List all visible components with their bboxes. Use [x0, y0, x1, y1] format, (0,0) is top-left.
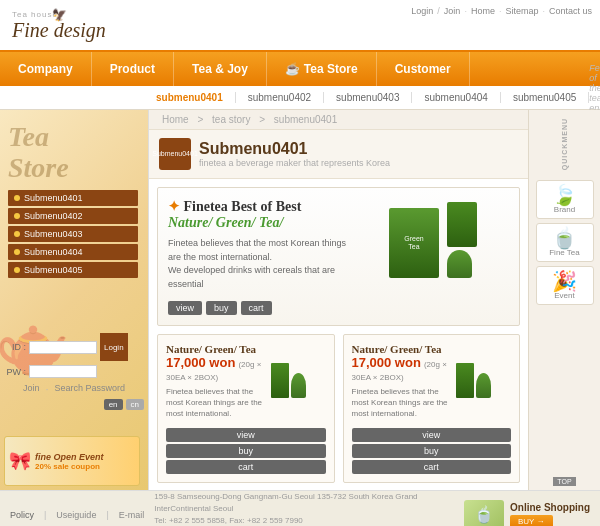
product-view-btn-1[interactable]: view — [352, 428, 512, 442]
brand-icon: 🍃 — [541, 185, 589, 205]
submenu-items: submenu0401 submenu0402 submenu0403 subm… — [8, 92, 589, 103]
featured-buy-btn[interactable]: buy — [206, 301, 237, 315]
quickmenu: QUICKMENU 🍃 Brand 🍵 Fine Tea 🎉 Event TOP — [528, 110, 600, 490]
quickmenu-event[interactable]: 🎉 Event — [536, 266, 594, 305]
lang-buttons: en cn — [4, 399, 144, 410]
nav-customer[interactable]: Customer — [377, 52, 470, 86]
product-view-btn-0[interactable]: view — [166, 428, 326, 442]
login-link[interactable]: Login — [411, 6, 433, 16]
nav-tea-joy[interactable]: Tea & Joy — [174, 52, 267, 86]
featured-cart-btn[interactable]: cart — [241, 301, 272, 315]
featured-view-btn[interactable]: view — [168, 301, 202, 315]
quickmenu-fine-tea[interactable]: 🍵 Fine Tea — [536, 223, 594, 262]
sidebar-menu: Submenu0401 Submenu0402 Submenu0403 Subm… — [8, 190, 138, 280]
join-sidebar-link[interactable]: Join — [23, 383, 40, 395]
product-cart-btn-0[interactable]: cart — [166, 460, 326, 474]
logo-bird-icon: 🦅 — [52, 8, 67, 22]
sidebar-item-submenu0404[interactable]: Submenu0404 — [8, 244, 138, 260]
nav-tea-store[interactable]: ☕ Tea Store — [267, 52, 377, 86]
fine-tea-label: Fine Tea — [541, 248, 589, 257]
menu-dot — [14, 231, 20, 237]
header: Tea house Fine design 🦅 Login / Join · H… — [0, 0, 600, 52]
featured-text: ✦ Finetea Best of Best Nature/ Green/ Te… — [168, 198, 368, 315]
login-id-row: ID : Login — [4, 333, 144, 361]
login-pw-row: PW : — [4, 365, 144, 378]
featured-desc: Finetea believes that the most Korean th… — [168, 237, 368, 291]
lang-cn[interactable]: cn — [126, 399, 144, 410]
breadcrumb-home[interactable]: Home — [162, 114, 189, 125]
pw-input[interactable] — [29, 365, 97, 378]
logo-area: Tea house Fine design — [0, 10, 160, 40]
event-icon: 🎉 — [541, 271, 589, 291]
submenu-0404[interactable]: submenu0404 — [412, 92, 500, 103]
lang-en[interactable]: en — [104, 399, 123, 410]
join-link[interactable]: Join — [444, 6, 461, 16]
footer-address: 159-8 Samseoung-Dong Gangnam-Gu Seoul 13… — [144, 491, 464, 527]
footer-links: Policy | Useiguide | E-mail — [10, 510, 144, 520]
search-pw-link[interactable]: Search Password — [55, 383, 126, 395]
home-link[interactable]: Home — [471, 6, 495, 16]
pw-label: PW : — [4, 367, 26, 377]
product-image-1 — [456, 343, 511, 398]
product-grid: Nature/ Green/ Tea 17,000 won (20g × 30E… — [157, 334, 520, 483]
main-layout: 🫖 TeaStore Submenu0401 Submenu0402 Subme… — [0, 110, 600, 490]
fine-tea-icon: 🍵 — [541, 228, 589, 248]
sidebar-item-submenu0401[interactable]: Submenu0401 — [8, 190, 138, 206]
submenu-0403[interactable]: submenu0403 — [324, 92, 412, 103]
breadcrumb-tea-story[interactable]: tea story — [212, 114, 250, 125]
sidebar-item-submenu0403[interactable]: Submenu0403 — [8, 226, 138, 242]
tea-cup-icon: ☕ — [285, 62, 300, 76]
top-button[interactable]: TOP — [553, 477, 575, 486]
coupon-ribbon-icon: 🎀 — [9, 450, 31, 472]
coupon-banner[interactable]: 🎀 fine Open Event 20% sale coupon — [4, 436, 140, 486]
quickmenu-brand[interactable]: 🍃 Brand — [536, 180, 594, 219]
product-card-1: Nature/ Green/ Tea 17,000 won (20g × 30E… — [343, 334, 521, 483]
main-content: Home > tea story > submenu0401 Submenu04… — [148, 110, 528, 490]
page-header-icon: Submenu0401 — [159, 138, 191, 170]
submenu-tagline-bar: submenu0401 submenu0402 submenu0403 subm… — [0, 86, 600, 110]
product-cart-btn-1[interactable]: cart — [352, 460, 512, 474]
footer-policy[interactable]: Policy — [10, 510, 34, 520]
submenu-0402[interactable]: submenu0402 — [236, 92, 324, 103]
id-input[interactable] — [29, 341, 97, 354]
breadcrumb: Home > tea story > submenu0401 — [149, 110, 528, 130]
login-links: Join · Search Password — [4, 383, 144, 395]
product-btns-0: view buy cart — [166, 428, 326, 474]
contact-link[interactable]: Contact us — [549, 6, 592, 16]
coupon-title: fine Open Event — [35, 452, 104, 462]
sidebar-item-submenu0405[interactable]: Submenu0405 — [8, 262, 138, 278]
nav-company[interactable]: Company — [0, 52, 92, 86]
product-buy-btn-0[interactable]: buy — [166, 444, 326, 458]
menu-dot — [14, 213, 20, 219]
top-links: Login / Join · Home · Sitemap · Contact … — [411, 6, 592, 16]
product-image-0 — [271, 343, 326, 398]
tea-box-medium — [447, 202, 477, 247]
logo-main-text: Fine design — [12, 20, 160, 40]
featured-subtitle: Nature/ Green/ Tea/ — [168, 215, 368, 231]
product-card-0: Nature/ Green/ Tea 17,000 won (20g × 30E… — [157, 334, 335, 483]
login-button[interactable]: Login — [100, 333, 128, 361]
sitemap-link[interactable]: Sitemap — [505, 6, 538, 16]
coupon-percent: 20% sale coupon — [35, 462, 104, 471]
footer-useguide[interactable]: Useiguide — [56, 510, 96, 520]
brand-label: Brand — [541, 205, 589, 214]
tea-can — [447, 250, 472, 278]
coupon-text-area: fine Open Event 20% sale coupon — [35, 452, 104, 471]
footer-shop-image: 🍵 — [464, 500, 504, 527]
quickmenu-label: QUICKMENU — [561, 118, 568, 170]
product-price-1: 17,000 won — [352, 355, 421, 370]
footer-shop-button[interactable]: BUY → — [510, 515, 553, 527]
event-label: Event — [541, 291, 589, 300]
product-buy-btn-1[interactable]: buy — [352, 444, 512, 458]
footer-email[interactable]: E-mail — [119, 510, 145, 520]
sidebar-item-submenu0402[interactable]: Submenu0402 — [8, 208, 138, 224]
submenu-0401[interactable]: submenu0401 — [144, 92, 236, 103]
login-box: ID : Login PW : Join · Search Password e… — [4, 333, 144, 410]
submenu-0405[interactable]: submenu0405 — [501, 92, 589, 103]
sidebar: 🫖 TeaStore Submenu0401 Submenu0402 Subme… — [0, 110, 148, 490]
footer-shop: 🍵 Online Shopping BUY → — [464, 500, 590, 527]
nav-product[interactable]: Product — [92, 52, 174, 86]
menu-dot — [14, 249, 20, 255]
featured-image: GreenTea — [389, 198, 509, 278]
menu-dot — [14, 195, 20, 201]
